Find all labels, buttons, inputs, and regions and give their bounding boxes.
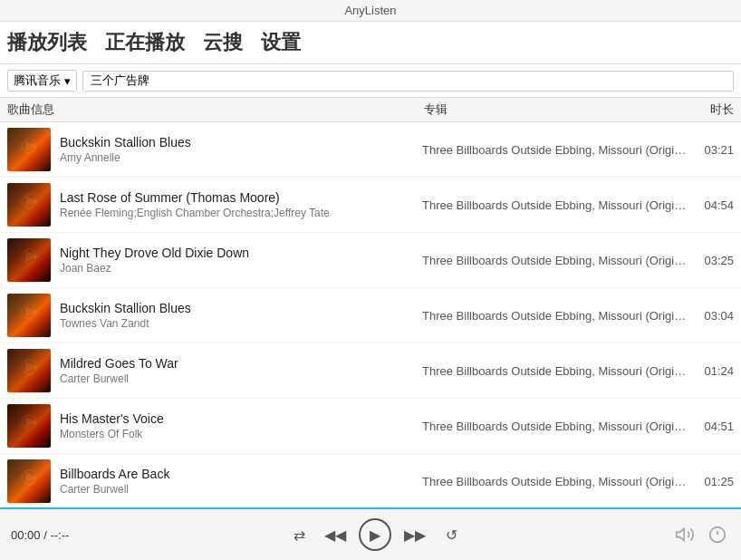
- track-title: Last Rose of Summer (Thomas Moore): [60, 190, 422, 205]
- track-title: Billboards Are Back: [60, 467, 422, 481]
- shuffle-button[interactable]: ⇄: [286, 522, 312, 547]
- track-thumbnail: [7, 238, 51, 282]
- navbar: 播放列表 正在播放 云搜 设置: [0, 22, 741, 64]
- track-info: Last Rose of Summer (Thomas Moore) Renée…: [60, 190, 422, 219]
- next-button[interactable]: ▶▶: [402, 522, 428, 547]
- searchbar: 腾讯音乐 ▾: [0, 64, 741, 98]
- track-artist: Joan Baez: [60, 262, 422, 275]
- track-artist: Renée Fleming;English Chamber Orchestra;…: [60, 207, 422, 219]
- track-row[interactable]: Buckskin Stallion Blues Townes Van Zandt…: [0, 288, 741, 343]
- track-info: Buckskin Stallion Blues Townes Van Zandt: [60, 301, 422, 330]
- extra-controls: [658, 522, 730, 547]
- nav-cloudsearch[interactable]: 云搜: [203, 27, 243, 58]
- track-thumbnail: [7, 128, 51, 171]
- current-time: 00:00: [11, 528, 41, 542]
- nav-items: 播放列表 正在播放 云搜 设置: [7, 27, 734, 58]
- track-album: Three Billboards Outside Ebbing, Missour…: [422, 198, 688, 212]
- track-album: Three Billboards Outside Ebbing, Missour…: [422, 475, 688, 488]
- track-album: Three Billboards Outside Ebbing, Missour…: [422, 143, 688, 157]
- col-info-header: 歌曲信息: [7, 101, 424, 118]
- track-artist: Monsters Of Folk: [60, 428, 422, 440]
- track-duration: 01:25: [688, 475, 734, 488]
- nav-playlist[interactable]: 播放列表: [7, 27, 87, 58]
- track-album: Three Billboards Outside Ebbing, Missour…: [422, 364, 688, 378]
- track-row[interactable]: Buckskin Stallion Blues Amy Annelle Thre…: [0, 122, 741, 178]
- track-info: Buckskin Stallion Blues Amy Annelle: [60, 135, 422, 164]
- track-duration: 03:25: [688, 254, 734, 267]
- track-title: Buckskin Stallion Blues: [60, 301, 422, 315]
- track-thumbnail: [7, 404, 51, 448]
- track-title: His Master's Voice: [60, 411, 422, 426]
- nav-settings[interactable]: 设置: [261, 27, 301, 58]
- col-duration-header: 时长: [688, 101, 734, 118]
- track-row[interactable]: Last Rose of Summer (Thomas Moore) Renée…: [0, 178, 741, 233]
- track-thumbnail: [7, 183, 51, 227]
- track-artist: Carter Burwell: [60, 372, 422, 385]
- track-thumbnail: [7, 294, 51, 337]
- table-header: 歌曲信息 专辑 时长: [0, 98, 741, 122]
- track-title: Night They Drove Old Dixie Down: [60, 246, 422, 260]
- track-info: Mildred Goes To War Carter Burwell: [60, 356, 422, 385]
- source-label: 腾讯音乐: [14, 72, 61, 89]
- track-duration: 03:04: [688, 309, 734, 323]
- track-artist: Townes Van Zandt: [60, 317, 422, 330]
- track-duration: 04:51: [688, 420, 734, 433]
- track-duration: 03:21: [688, 143, 734, 157]
- track-row[interactable]: Mildred Goes To War Carter Burwell Three…: [0, 343, 741, 399]
- play-button[interactable]: ▶: [359, 518, 391, 551]
- track-album: Three Billboards Outside Ebbing, Missour…: [422, 254, 688, 267]
- track-artist: Carter Burwell: [60, 483, 422, 496]
- time-display: 00:00 / --:--: [11, 528, 92, 542]
- playerbar: 00:00 / --:-- ⇄ ◀◀ ▶ ▶▶ ↺: [0, 507, 741, 560]
- search-input[interactable]: [82, 71, 734, 92]
- repeat-button[interactable]: ↺: [438, 522, 464, 547]
- track-duration: 04:54: [688, 198, 734, 212]
- source-selector[interactable]: 腾讯音乐 ▾: [7, 70, 77, 92]
- track-thumbnail: [7, 349, 51, 392]
- volume-icon[interactable]: [672, 522, 698, 547]
- chevron-down-icon: ▾: [64, 74, 71, 88]
- track-album: Three Billboards Outside Ebbing, Missour…: [422, 420, 688, 433]
- tracklist: Buckskin Stallion Blues Amy Annelle Thre…: [0, 122, 741, 507]
- track-title: Buckskin Stallion Blues: [60, 135, 422, 150]
- player-controls: ⇄ ◀◀ ▶ ▶▶ ↺: [92, 518, 658, 551]
- track-duration: 01:24: [688, 364, 734, 378]
- nav-nowplaying[interactable]: 正在播放: [105, 27, 185, 58]
- track-row[interactable]: Billboards Are Back Carter Burwell Three…: [0, 454, 741, 507]
- track-info: Night They Drove Old Dixie Down Joan Bae…: [60, 246, 422, 275]
- menu-icon[interactable]: [705, 522, 730, 547]
- track-artist: Amy Annelle: [60, 151, 422, 164]
- track-title: Mildred Goes To War: [60, 356, 422, 371]
- track-info: Billboards Are Back Carter Burwell: [60, 467, 422, 496]
- total-time: --:--: [50, 528, 69, 542]
- track-thumbnail: [7, 459, 51, 503]
- track-album: Three Billboards Outside Ebbing, Missour…: [422, 309, 688, 323]
- track-row[interactable]: His Master's Voice Monsters Of Folk Thre…: [0, 399, 741, 454]
- title-bar: AnyListen: [0, 0, 741, 22]
- track-row[interactable]: Night They Drove Old Dixie Down Joan Bae…: [0, 233, 741, 288]
- app-title: AnyListen: [344, 4, 396, 17]
- track-info: His Master's Voice Monsters Of Folk: [60, 411, 422, 440]
- col-album-header: 专辑: [424, 101, 688, 118]
- prev-button[interactable]: ◀◀: [322, 522, 348, 547]
